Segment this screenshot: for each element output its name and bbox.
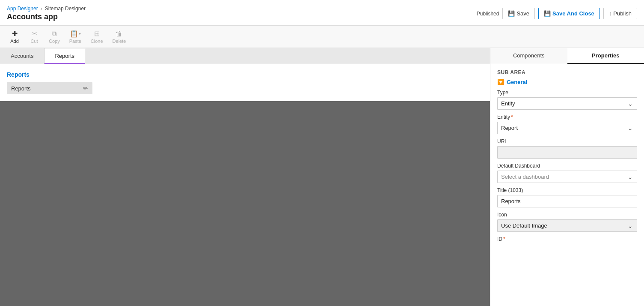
delete-button[interactable]: 🗑 Delete xyxy=(108,28,131,45)
type-field-label: Type xyxy=(497,90,637,96)
toolbar: ✚ Add ✂ Cut ⧉ Copy 📋 ▾ Paste ⊞ Clone 🗑 D… xyxy=(0,26,644,48)
canvas-area: Accounts Reports Reports Reports ✏ xyxy=(0,48,490,306)
publish-button[interactable]: ↑ Publish xyxy=(603,8,637,19)
tab-accounts[interactable]: Accounts xyxy=(0,48,44,64)
entity-select[interactable]: Report xyxy=(497,122,637,134)
save-label: Save xyxy=(516,10,529,17)
group-header: Reports xyxy=(7,71,483,78)
default-dashboard-select[interactable]: Select a dashboard xyxy=(497,171,637,183)
url-input[interactable] xyxy=(497,146,637,159)
canvas-split: Reports Reports ✏ xyxy=(0,64,490,306)
copy-icon: ⧉ xyxy=(52,30,56,38)
save-and-close-button[interactable]: 💾 Save And Close xyxy=(538,8,600,19)
type-select[interactable]: Entity xyxy=(497,97,637,110)
copy-label: Copy xyxy=(49,39,60,44)
app-title: Accounts app xyxy=(7,12,86,21)
chevron-down-icon: 🔽 xyxy=(497,79,504,85)
breadcrumb: App Designer › Sitemap Designer xyxy=(7,6,86,12)
save-and-close-label: Save And Close xyxy=(552,10,594,17)
title-field-label: Title (1033) xyxy=(497,187,637,193)
cut-button[interactable]: ✂ Cut xyxy=(25,28,44,45)
default-dashboard-label: Default Dashboard xyxy=(497,163,637,169)
delete-icon: 🗑 xyxy=(116,30,122,38)
type-select-wrapper: Entity xyxy=(497,97,637,110)
canvas-gray-area xyxy=(0,101,490,306)
breadcrumb-separator: › xyxy=(41,6,42,12)
clone-button[interactable]: ⊞ Clone xyxy=(86,28,107,45)
tab-bar: Accounts Reports xyxy=(0,48,490,64)
paste-button[interactable]: 📋 ▾ Paste xyxy=(65,28,86,45)
cut-label: Cut xyxy=(30,39,38,44)
edit-icon[interactable]: ✏ xyxy=(83,85,88,92)
save-icon: 💾 xyxy=(508,10,515,17)
panel-content: SUB AREA 🔽 General Type Entity Entity* R… xyxy=(490,64,644,306)
publish-label: Publish xyxy=(613,10,632,17)
entity-select-wrapper: Report xyxy=(497,122,637,134)
copy-button[interactable]: ⧉ Copy xyxy=(45,28,64,45)
icon-select[interactable]: Use Default Image xyxy=(497,219,637,232)
save-button[interactable]: 💾 Save xyxy=(502,8,535,19)
icon-field-label: Icon xyxy=(497,212,637,218)
general-section-label: General xyxy=(507,79,527,85)
subarea-item-label: Reports xyxy=(11,85,31,92)
header-actions: Published 💾 Save 💾 Save And Close ↑ Publ… xyxy=(477,8,637,19)
published-badge: Published xyxy=(477,11,499,17)
tab-properties[interactable]: Properties xyxy=(567,48,644,64)
delete-label: Delete xyxy=(113,39,126,44)
add-label: Add xyxy=(10,39,19,44)
default-dashboard-wrapper: Select a dashboard xyxy=(497,171,637,183)
general-section-toggle[interactable]: 🔽 General xyxy=(497,79,637,85)
entity-field-label: Entity* xyxy=(497,114,637,120)
main-layout: Accounts Reports Reports Reports ✏ Compo… xyxy=(0,48,644,306)
save-close-icon: 💾 xyxy=(544,10,551,17)
title-input[interactable] xyxy=(497,195,637,207)
clone-icon: ⊞ xyxy=(94,30,100,38)
canvas-white-area: Reports Reports ✏ xyxy=(0,64,490,101)
panel-tabs: Components Properties xyxy=(490,48,644,64)
right-panel: Components Properties SUB AREA 🔽 General… xyxy=(490,48,644,306)
add-button[interactable]: ✚ Add xyxy=(5,28,24,45)
cut-icon: ✂ xyxy=(32,30,37,38)
tab-reports[interactable]: Reports xyxy=(44,48,85,64)
clone-label: Clone xyxy=(91,39,103,44)
id-field-label: ID* xyxy=(497,236,637,242)
publish-icon: ↑ xyxy=(609,10,612,17)
breadcrumb-app-designer[interactable]: App Designer xyxy=(7,6,38,12)
section-title: SUB AREA xyxy=(497,69,637,75)
add-icon: ✚ xyxy=(12,30,18,38)
paste-label: Paste xyxy=(69,39,81,44)
breadcrumb-sitemap-designer: Sitemap Designer xyxy=(45,6,86,12)
paste-icon: 📋 xyxy=(70,30,78,38)
icon-select-wrapper: Use Default Image xyxy=(497,219,637,232)
url-field-label: URL xyxy=(497,138,637,144)
tab-components[interactable]: Components xyxy=(490,48,567,64)
paste-dropdown-icon: ▾ xyxy=(79,31,81,36)
subarea-item[interactable]: Reports ✏ xyxy=(7,82,92,94)
